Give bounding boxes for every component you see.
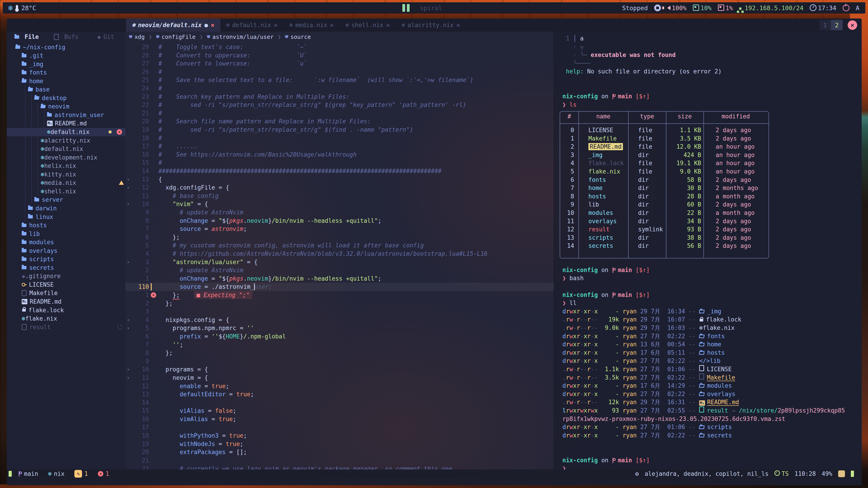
tree-item-kitty.nix[interactable]: ❄ kitty.nix bbox=[7, 170, 125, 178]
editor-line[interactable]: 29# Toggle text's case: `~` bbox=[125, 43, 554, 51]
recorder-status[interactable]: Stopped bbox=[622, 4, 648, 11]
editor-line[interactable]: 13 defaultEditor = true; bbox=[125, 390, 554, 398]
editor-line[interactable]: 26# bbox=[125, 68, 554, 76]
editor-line[interactable]: 21 bbox=[125, 456, 554, 465]
editor-line[interactable]: 11 # base config bbox=[125, 192, 554, 200]
command-line-area[interactable] bbox=[7, 478, 862, 485]
modified-indicator[interactable]: ✎1 bbox=[74, 470, 88, 478]
tree-item-img[interactable]: _img bbox=[7, 60, 125, 68]
tree-item-LICENSE[interactable]: LICENSE bbox=[7, 281, 125, 289]
tree-item-default.nix[interactable]: ❄ default.nix bbox=[7, 145, 125, 153]
editor-line[interactable]: 27# Convert to lowercase: `u` bbox=[125, 59, 554, 68]
buffer-tab[interactable]: ❄media.nix× bbox=[283, 19, 340, 32]
breadcrumb-item[interactable]: xdg bbox=[129, 34, 145, 40]
editor-line[interactable]: 1× }; ■ Expecting ";" bbox=[125, 291, 554, 299]
tree-item-lib[interactable]: lib bbox=[7, 230, 125, 238]
terminal-pane[interactable]: 1 │ a · ┬ · ╰─ executable was not found … bbox=[554, 32, 862, 469]
neotree-tab-file[interactable]: File bbox=[7, 33, 46, 40]
editor-line[interactable]: 3 bbox=[125, 307, 554, 316]
tree-item-scripts[interactable]: scripts bbox=[7, 255, 125, 263]
editor-line[interactable]: 8 onChange = "${pkgs.neovim}/bin/nvim --… bbox=[125, 217, 554, 225]
editor-line[interactable]: 21# bbox=[125, 109, 554, 118]
tree-item-server[interactable]: server bbox=[7, 196, 125, 204]
tree-item-darwin[interactable]: darwin bbox=[7, 204, 125, 213]
editor-line[interactable]: 7 ''; bbox=[125, 341, 554, 349]
media-pause-icon[interactable] bbox=[402, 4, 410, 12]
tree-item-README.md[interactable]: M↓README.md bbox=[7, 119, 125, 128]
tree-item-alacritty.nix[interactable]: ❄ alacritty.nix bbox=[7, 136, 125, 144]
editor-line[interactable]: 2 # update AstroNvim bbox=[125, 266, 554, 274]
editor-line[interactable]: 16# See https://astronvim.com/Basic%20Us… bbox=[125, 151, 554, 159]
tree-item-.gitignore[interactable]: ◆ .gitignore bbox=[7, 272, 125, 281]
tree-item-result[interactable]: result bbox=[7, 323, 125, 331]
tree-item-astronvimuser[interactable]: astronvim_user bbox=[7, 111, 125, 119]
editor-line[interactable]: 12 enable = true; bbox=[125, 382, 554, 390]
editor-line[interactable]: 6 prefix = ''${HOME}/.npm-global bbox=[125, 332, 554, 341]
editor-line[interactable]: ▾10 programs = { bbox=[125, 365, 554, 374]
editor-line[interactable]: ▾13{ bbox=[125, 175, 554, 184]
editor-line[interactable]: 23# Search key pattern and Replace in Mu… bbox=[125, 93, 554, 101]
editor-line[interactable]: 6 }; bbox=[125, 233, 554, 241]
editor-line[interactable]: 28# Convert to uppercase: `U` bbox=[125, 51, 554, 60]
tree-item-shell.nix[interactable]: ❄ shell.nix bbox=[7, 187, 125, 195]
editor-line[interactable]: 14######################################… bbox=[125, 167, 554, 175]
buffer-tab[interactable]: ❄shell.nix× bbox=[340, 19, 396, 32]
network-indicator[interactable]: 192.168.5.100/24 bbox=[739, 4, 803, 11]
neotree-tab-bufs[interactable]: Bufs bbox=[46, 33, 86, 40]
tree-item-desktop[interactable]: desktop bbox=[7, 94, 125, 102]
tree-item-home[interactable]: home bbox=[7, 77, 125, 85]
buffer-tab[interactable]: ❄neovim/default.nix●× bbox=[126, 19, 220, 32]
editor-line[interactable]: 1 onChange = "${pkgs.neovim}/bin/nvim --… bbox=[125, 274, 554, 283]
editor-line[interactable]: ▾5 programs.npm.npmrc = '' bbox=[125, 324, 554, 332]
editor-line[interactable]: 4 # https://github.com/AstroNvim/AstroNv… bbox=[125, 250, 554, 258]
tree-item-helix.nix[interactable]: ❄ helix.nix bbox=[7, 162, 125, 170]
volume-indicator[interactable]: 100% bbox=[667, 4, 686, 11]
tree-item-.git[interactable]: .git bbox=[7, 52, 125, 60]
tree-item-media.nix[interactable]: ❄ media.nix bbox=[7, 179, 125, 187]
power-icon[interactable] bbox=[843, 4, 849, 11]
buffer-tab[interactable]: ❄alacritty.nix× bbox=[396, 19, 466, 32]
breadcrumb-item[interactable]: astronvim/lua/user bbox=[207, 34, 274, 40]
editor-line[interactable]: 19# sed -ri "s/pattern_str/replace_str/g… bbox=[125, 126, 554, 134]
tree-item-secrets[interactable]: secrets bbox=[7, 263, 125, 272]
workspace-badge[interactable]: 2 bbox=[831, 20, 843, 30]
editor-line[interactable]: ▾4 nixpkgs.config = { bbox=[125, 316, 554, 324]
editor-line[interactable]: ▾11 neovim = { bbox=[125, 374, 554, 382]
editor-line[interactable]: 8 }; bbox=[125, 349, 554, 357]
editor-line[interactable]: 19 withNodeJs = true; bbox=[125, 440, 554, 448]
git-branch[interactable]: main bbox=[18, 470, 38, 477]
tree-item-flake.lock[interactable]: flake.lock bbox=[7, 306, 125, 314]
editor-line[interactable]: 17 bbox=[125, 423, 554, 432]
tree-item-flake.nix[interactable]: ❄ flake.nix bbox=[7, 315, 125, 323]
editor-line[interactable]: 22 # currently we use lazy.nvim as neovi… bbox=[125, 465, 554, 469]
tree-item-default.nix[interactable]: ❄ default.nix× bbox=[7, 128, 125, 136]
editor-line[interactable]: 9 # update AstroNvim bbox=[125, 208, 554, 217]
tree-item-hosts[interactable]: hosts bbox=[7, 221, 125, 230]
editor-line[interactable]: 25# Save the selected text to a file: `:… bbox=[125, 76, 554, 84]
editor-line[interactable]: 22# sed -ri "s/pattern_str/replace_str/g… bbox=[125, 101, 554, 109]
tree-item-nix-config[interactable]: ~/nix-config bbox=[7, 43, 125, 51]
editor-line[interactable]: 7 source = astronvim; bbox=[125, 225, 554, 233]
close-tab-button[interactable]: × bbox=[848, 20, 857, 30]
tree-item-linux[interactable]: linux bbox=[7, 213, 125, 221]
editor-pane[interactable]: xdg❯configFile❯astronvim/lua/user❯source… bbox=[125, 32, 554, 469]
stop-icon[interactable] bbox=[654, 4, 661, 11]
editor-line[interactable]: 5 # my cusotom astronvim config, astronv… bbox=[125, 241, 554, 250]
neotree-sidebar[interactable]: FileBufs◆Git ~/nix-config.git_imgfontsho… bbox=[7, 32, 125, 469]
breadcrumb-item[interactable]: source bbox=[285, 34, 311, 40]
editor-line[interactable]: 16 vimAlias = true; bbox=[125, 415, 554, 423]
memory-indicator[interactable]: 10% bbox=[693, 4, 712, 11]
media-title[interactable]: spiral bbox=[420, 4, 442, 11]
buffer-tab[interactable]: ❄default.nix× bbox=[220, 19, 284, 32]
editor-line[interactable]: 18 withPython3 = true; bbox=[125, 431, 554, 440]
editor-line[interactable]: 9 bbox=[125, 357, 554, 365]
workspace-badge[interactable]: 1 bbox=[819, 20, 831, 30]
breadcrumb-item[interactable]: configFile bbox=[156, 34, 196, 40]
editor-line[interactable]: 15 viAlias = false; bbox=[125, 407, 554, 415]
tree-item-Makefile[interactable]: Makefile bbox=[7, 289, 125, 297]
editor-line[interactable]: ▾12 xdg.configFile = { bbox=[125, 184, 554, 192]
editor-line[interactable]: 20# Search file name pattern and Replace… bbox=[125, 117, 554, 126]
editor-line[interactable]: 20 extraPackages = []; bbox=[125, 448, 554, 456]
editor-line[interactable]: ▾10 "nvim" = { bbox=[125, 200, 554, 208]
tree-item-modules[interactable]: modules bbox=[7, 238, 125, 247]
